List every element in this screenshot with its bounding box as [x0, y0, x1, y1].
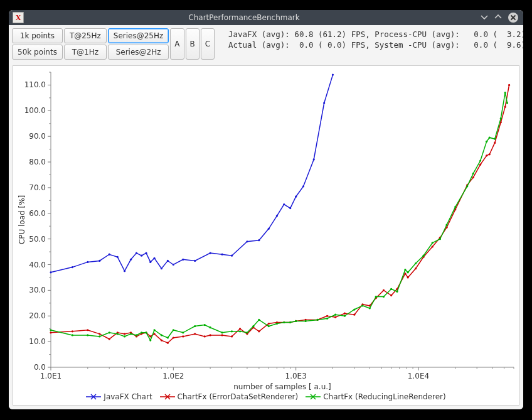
svg-point-222	[479, 159, 481, 161]
svg-point-174	[117, 333, 119, 335]
btn-1k-points[interactable]: 1k points	[12, 28, 63, 43]
tab-c[interactable]: C	[201, 28, 215, 60]
svg-point-183	[167, 337, 169, 338]
svg-point-221	[472, 173, 474, 175]
svg-point-207	[369, 307, 371, 309]
chart-legend: JavaFX Chart ChartFx (ErrorDataSetRender…	[13, 392, 519, 401]
svg-point-144	[344, 313, 346, 315]
svg-point-184	[173, 329, 174, 331]
svg-point-154	[415, 267, 417, 269]
svg-point-214	[415, 262, 417, 264]
btn-series-25hz[interactable]: Series@25Hz	[108, 28, 169, 43]
svg-point-134	[258, 330, 260, 332]
btn-50k-points[interactable]: 50k points	[12, 45, 63, 60]
svg-text:100.0: 100.0	[24, 106, 46, 115]
stats-line-1: JavaFX (avg): 60.8 (61.2) FPS, Process-C…	[228, 30, 523, 39]
legend-label-chartfx-error: ChartFx (ErrorDataSetRenderer)	[178, 392, 299, 401]
tab-a[interactable]: A	[170, 28, 184, 60]
svg-text:110.0: 110.0	[24, 80, 46, 89]
tab-b[interactable]: B	[186, 28, 200, 60]
svg-point-219	[454, 206, 456, 208]
svg-point-203	[334, 314, 336, 316]
svg-point-205	[353, 308, 355, 310]
svg-text:1.0E3: 1.0E3	[285, 372, 307, 380]
svg-point-111	[87, 329, 88, 331]
svg-point-93	[182, 259, 184, 261]
svg-text:80.0: 80.0	[29, 158, 46, 166]
svg-point-210	[390, 288, 392, 290]
legend-symbol-chartfx-reducing	[306, 392, 321, 401]
svg-point-89	[153, 257, 155, 259]
svg-point-170	[72, 334, 73, 336]
svg-text:10.0: 10.0	[29, 337, 46, 346]
svg-point-99	[258, 239, 260, 241]
svg-point-171	[87, 334, 88, 336]
svg-point-193	[252, 325, 254, 327]
legend-item-chartfx-error[interactable]: ChartFx (ErrorDataSetRenderer)	[160, 392, 299, 401]
chart-svg: 0.010.020.030.040.050.060.070.080.090.01…	[13, 66, 519, 405]
svg-point-90	[161, 267, 162, 269]
svg-point-108	[332, 73, 334, 75]
svg-point-150	[390, 294, 392, 296]
svg-point-188	[210, 326, 211, 328]
svg-point-216	[432, 242, 434, 244]
window-minimize-icon[interactable]	[481, 13, 488, 22]
svg-point-185	[182, 331, 184, 333]
svg-point-217	[439, 238, 441, 240]
svg-point-178	[141, 331, 142, 333]
svg-point-162	[479, 164, 481, 166]
svg-text:50.0: 50.0	[29, 235, 46, 244]
btn-series-2hz[interactable]: Series@2Hz	[108, 45, 169, 60]
svg-point-80	[98, 260, 100, 262]
svg-point-83	[124, 270, 125, 272]
svg-point-173	[109, 331, 110, 333]
svg-point-115	[124, 333, 125, 335]
btn-timer-25hz[interactable]: T@25Hz	[64, 28, 107, 43]
svg-point-161	[472, 176, 474, 178]
window-maximize-icon[interactable]	[494, 13, 502, 22]
svg-text:60.0: 60.0	[29, 209, 46, 218]
svg-point-125	[182, 335, 184, 337]
svg-text:CPU load [%]: CPU load [%]	[18, 195, 26, 244]
svg-point-82	[117, 256, 119, 258]
svg-point-110	[72, 330, 73, 332]
svg-point-187	[204, 324, 206, 326]
svg-point-123	[167, 342, 169, 344]
svg-text:0.0: 0.0	[34, 363, 46, 372]
svg-point-107	[323, 102, 325, 104]
svg-point-94	[194, 260, 196, 262]
app-window: X ChartPerformanceBenchmark 1k points 50…	[9, 10, 523, 409]
svg-point-195	[268, 325, 270, 327]
svg-text:1.0E2: 1.0E2	[162, 372, 184, 380]
svg-point-101	[276, 215, 278, 217]
svg-point-192	[246, 331, 248, 333]
svg-point-181	[153, 329, 155, 331]
svg-point-153	[407, 276, 409, 278]
svg-point-202	[326, 318, 328, 320]
svg-point-164	[489, 153, 491, 155]
svg-point-109	[50, 331, 51, 333]
svg-point-124	[173, 337, 174, 338]
svg-point-190	[231, 330, 233, 332]
svg-point-182	[161, 334, 162, 336]
legend-item-javafx[interactable]: JavaFX Chart	[86, 392, 152, 401]
svg-point-95	[210, 252, 211, 254]
window-close-icon[interactable]	[508, 13, 518, 23]
svg-point-129	[221, 334, 223, 336]
svg-point-213	[407, 271, 409, 273]
btn-timer-1hz[interactable]: T@1Hz	[64, 45, 107, 60]
svg-point-143	[334, 316, 336, 318]
svg-point-78	[72, 266, 73, 268]
svg-point-199	[295, 320, 297, 322]
svg-point-131	[239, 328, 241, 330]
svg-point-97	[231, 255, 233, 257]
chart-area: 0.010.020.030.040.050.060.070.080.090.01…	[13, 65, 519, 406]
svg-point-84	[130, 259, 132, 261]
svg-point-96	[221, 254, 223, 256]
svg-point-201	[316, 319, 318, 321]
svg-point-91	[167, 260, 169, 262]
legend-item-chartfx-reducing[interactable]: ChartFx (ReducingLineRenderer)	[306, 392, 446, 401]
legend-label-chartfx-reducing: ChartFx (ReducingLineRenderer)	[323, 392, 446, 401]
window-titlebar[interactable]: X ChartPerformanceBenchmark	[9, 10, 523, 25]
svg-point-102	[283, 203, 285, 205]
